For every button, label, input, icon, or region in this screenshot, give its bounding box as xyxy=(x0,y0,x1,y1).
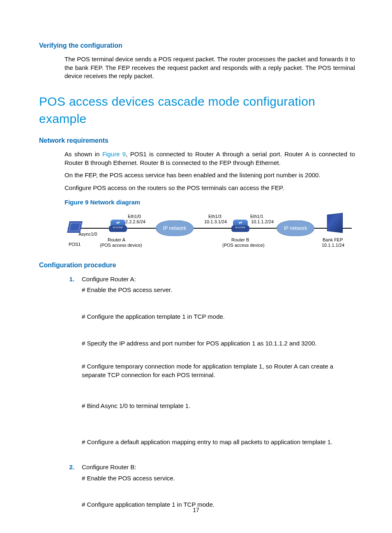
async-label: Async1/0 xyxy=(78,232,97,237)
list-body: Configure Router B: # Enable the POS acc… xyxy=(76,463,355,527)
paragraph: The POS terminal device sends a POS requ… xyxy=(65,55,355,81)
figure-reference[interactable]: Figure 9 xyxy=(102,151,126,158)
section-body: The POS terminal device sends a POS requ… xyxy=(65,55,355,81)
page-number: 17 xyxy=(0,506,392,514)
section-heading-network-req: Network requirements xyxy=(39,136,355,145)
server-icon xyxy=(327,213,343,233)
router-a-sub: (POS access device) xyxy=(100,243,142,248)
fep-label: Bank FEP xyxy=(323,237,343,243)
step-text: # Configure temporary connection mode fo… xyxy=(82,362,355,379)
section-body: As shown in Figure 9, POS1 is connected … xyxy=(65,150,355,192)
section-heading-verifying: Verifying the configuration xyxy=(39,41,355,50)
section-heading-config-proc: Configuration procedure xyxy=(39,261,355,270)
pos1-label: POS1 xyxy=(69,242,81,247)
step-text: # Enable the POS access server. xyxy=(82,286,355,294)
list-item: 1. Configure Router A: # Enable the POS … xyxy=(65,275,355,462)
figure-caption: Figure 9 Network diagram xyxy=(65,198,355,207)
router-b-sub: (POS access device) xyxy=(222,243,265,248)
router-icon: ⇄ xyxy=(231,225,249,232)
step-text: # Specify the IP address and port number… xyxy=(82,339,355,348)
text: As shown in xyxy=(65,151,102,158)
list-number: 2. xyxy=(65,463,76,527)
paragraph: As shown in Figure 9, POS1 is connected … xyxy=(65,150,355,167)
paragraph: On the FEP, the POS access service has b… xyxy=(65,171,355,180)
section-heading-main: POS access devices cascade mode configur… xyxy=(39,93,355,127)
step-text: # Bind Async 1/0 to terminal template 1. xyxy=(82,402,355,410)
eth-label: Eth1/3 xyxy=(208,214,221,219)
ip-network-cloud: IP network xyxy=(277,220,314,236)
pos-terminal-icon xyxy=(67,221,83,233)
bank-fep-node xyxy=(326,218,342,234)
list-body: Configure Router A: # Enable the POS acc… xyxy=(76,275,355,462)
step-text: # Configure the application template 1 i… xyxy=(82,313,355,321)
step-text: # Enable the POS access service. xyxy=(82,474,355,483)
eth-label: Eth1/0 xyxy=(128,214,141,219)
router-a-label: Router A xyxy=(108,237,125,243)
list-item: 2. Configure Router B: # Enable the POS … xyxy=(65,463,355,527)
router-a-node: ⇄ xyxy=(109,225,127,233)
eth-label: Eth1/1 xyxy=(250,214,263,219)
document-page: Verifying the configuration The POS term… xyxy=(0,0,392,533)
network-diagram: Async1/0 POS1 Eth1/0 2.2.2.6/24 ⇄ Router… xyxy=(65,209,355,250)
ip-label: 2.2.2.6/24 xyxy=(125,219,145,225)
router-b-label: Router B xyxy=(231,237,249,243)
router-icon: ⇄ xyxy=(109,225,127,232)
ip-network-cloud: IP network xyxy=(156,220,194,236)
list-number: 1. xyxy=(65,275,76,462)
ordered-list: 1. Configure Router A: # Enable the POS … xyxy=(65,275,355,528)
fep-ip: 10.1.1.1/24 xyxy=(322,243,344,248)
paragraph: Configure POS access on the routers so t… xyxy=(65,184,355,192)
list-title: Configure Router A: xyxy=(82,275,355,284)
step-text: # Configure a default application mappin… xyxy=(82,438,355,447)
ip-label: 10.1.1.2/24 xyxy=(251,219,274,225)
list-title: Configure Router B: xyxy=(82,463,355,472)
ip-label: 10.1.3.1/24 xyxy=(204,219,227,225)
router-b-node: ⇄ xyxy=(231,225,249,233)
